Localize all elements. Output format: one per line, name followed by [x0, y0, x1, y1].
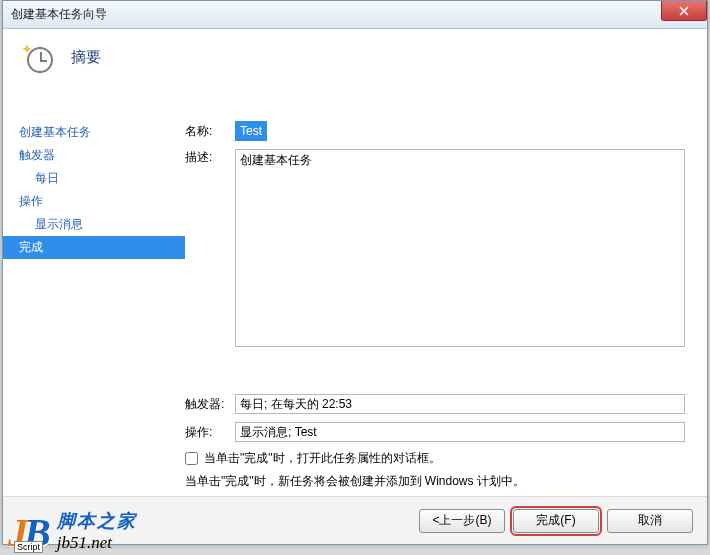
open-properties-checkbox[interactable] [185, 452, 198, 465]
trigger-value-box: 每日; 在每天的 22:53 [235, 394, 685, 414]
step-trigger[interactable]: 触发器 [15, 144, 185, 167]
main-panel: 名称: Test 描述: 创建基本任务 触发器: [185, 121, 707, 494]
finish-button[interactable]: 完成(F) [513, 509, 599, 533]
action-label: 操作: [185, 424, 235, 441]
titlebar: 创建基本任务向导 [3, 1, 707, 29]
close-icon [678, 6, 690, 16]
name-input[interactable]: Test [235, 121, 685, 141]
back-button[interactable]: <上一步(B) [419, 509, 505, 533]
close-button[interactable] [661, 1, 707, 21]
action-value: 显示消息; Test [240, 424, 317, 441]
wizard-steps-sidebar: 创建基本任务 触发器 每日 操作 显示消息 完成 [3, 121, 185, 494]
trigger-value: 每日; 在每天的 22:53 [240, 396, 352, 413]
cancel-button[interactable]: 取消 [607, 509, 693, 533]
content-area: ✦ 摘要 创建基本任务 触发器 每日 操作 显示消息 完成 名称: Test [3, 29, 707, 544]
wizard-window: 创建基本任务向导 ✦ 摘要 创建基本任务 触发器 每日 操作 显示消息 完成 [2, 0, 708, 545]
name-label: 名称: [185, 123, 235, 140]
task-scheduler-icon: ✦ [21, 41, 53, 73]
trigger-label: 触发器: [185, 396, 235, 413]
step-create-basic-task[interactable]: 创建基本任务 [15, 121, 185, 144]
finish-note: 当单击"完成"时，新任务将会被创建并添加到 Windows 计划中。 [185, 473, 685, 490]
step-finish[interactable]: 完成 [3, 236, 185, 259]
window-title: 创建基本任务向导 [11, 6, 107, 23]
open-properties-label: 当单击"完成"时，打开此任务属性的对话框。 [204, 450, 441, 467]
step-show-message[interactable]: 显示消息 [15, 213, 185, 236]
action-value-box: 显示消息; Test [235, 422, 685, 442]
description-textarea[interactable]: 创建基本任务 [235, 149, 685, 347]
button-bar: <上一步(B) 完成(F) 取消 [3, 496, 707, 544]
page-title: 摘要 [71, 48, 101, 67]
wizard-body: 创建基本任务 触发器 每日 操作 显示消息 完成 名称: Test 描述: [3, 121, 707, 494]
step-daily[interactable]: 每日 [15, 167, 185, 190]
name-value: Test [235, 121, 267, 141]
wizard-header: ✦ 摘要 [3, 29, 707, 93]
description-value: 创建基本任务 [240, 153, 312, 167]
description-label: 描述: [185, 149, 235, 166]
step-action[interactable]: 操作 [15, 190, 185, 213]
